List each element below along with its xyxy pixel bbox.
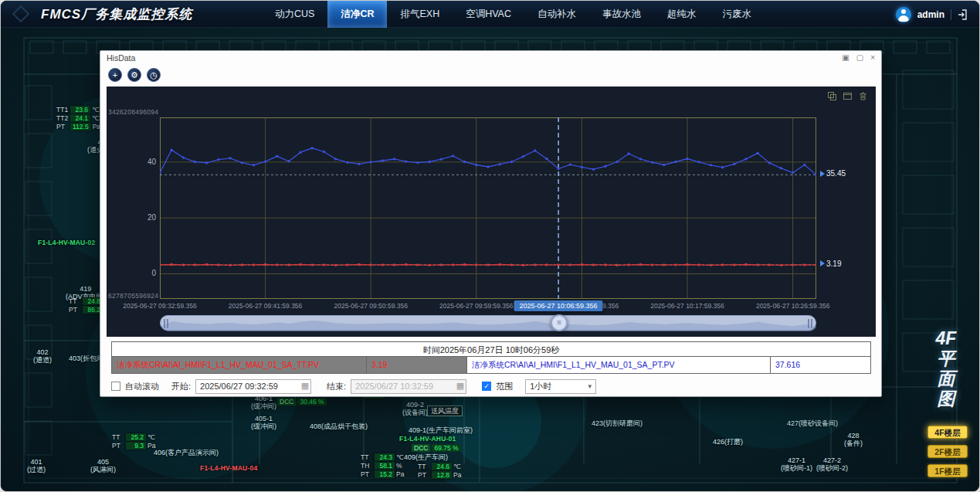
scrollbar-preview: [161, 316, 817, 331]
room-label: 402 (通道): [33, 348, 52, 365]
tag-cell[interactable]: 洁净系统CR\AI\AI_HMI\F1_L1_HV_MAU_01_SA_PT.P…: [467, 357, 771, 373]
window-controls: ▣▢×: [842, 53, 875, 63]
floor-button-1[interactable]: 4F楼层: [927, 426, 968, 439]
floor-title-line: 面: [933, 368, 959, 389]
chart-window-icon[interactable]: [843, 91, 853, 101]
nav-item-4[interactable]: 空调HVAC: [453, 1, 524, 28]
nav-item-8[interactable]: 污废水: [709, 1, 765, 28]
app-logo-icon: [12, 5, 30, 23]
nav-item-6[interactable]: 事故水池: [589, 1, 654, 28]
logout-icon[interactable]: [958, 8, 970, 21]
chart-copy-icon[interactable]: [827, 91, 837, 101]
x-tick-label: 2025-06-27 09:41:59.356: [229, 302, 302, 310]
sensor-label: TT2: [56, 114, 69, 122]
end-datetime-input[interactable]: [351, 379, 466, 394]
user-avatar-icon[interactable]: [896, 7, 911, 22]
series-value-label: 35.45: [820, 169, 846, 178]
calendar-icon[interactable]: ▦: [301, 381, 309, 391]
range-label: 范围: [496, 381, 513, 392]
chart-corner-icons: [827, 91, 868, 101]
sensor-label: PT: [112, 442, 124, 450]
room-label: 423(切割研磨间): [592, 419, 643, 427]
floor-selector: 4F楼层2F楼层1F楼层: [927, 426, 968, 484]
time-range-button[interactable]: ◷: [147, 68, 161, 82]
sensor-row: PT15.2Pa: [361, 470, 404, 478]
x-tick-label: 2025-06-27 10:17:59.356: [650, 302, 724, 310]
scrollbar-handle[interactable]: ≡: [551, 314, 568, 331]
dcc-readout[interactable]: DCC69.75 %: [412, 444, 461, 452]
history-chart[interactable]: [160, 117, 816, 299]
arrow-right-icon: [820, 260, 825, 266]
add-curve-button[interactable]: +: [108, 68, 122, 82]
cursor-time-tooltip[interactable]: 2025-06-27 10:06:59.356: [514, 300, 603, 311]
dcc-readout[interactable]: DCC30.46 %: [277, 398, 327, 405]
range-checkbox[interactable]: ✓: [482, 382, 491, 391]
window-title: HisData: [107, 53, 135, 63]
sensor-value: 112.5: [70, 123, 91, 131]
value-cell[interactable]: 37.616: [771, 357, 870, 373]
sensor-label: TT: [112, 433, 124, 441]
sensor-label: PT: [361, 470, 373, 478]
sensor-readout: TT24.6℃PT12.8Pa: [418, 463, 461, 480]
sensor-value: 9.3: [126, 442, 146, 450]
floor-title-line: 图: [933, 389, 959, 409]
table-row[interactable]: 洁净系统CR\AI\AI_HMI\F1_L1_HV_MAU_01_SA_TT.P…: [111, 357, 871, 374]
restore-icon[interactable]: ▣: [842, 53, 849, 63]
dcc-label: DCC: [412, 444, 430, 452]
room-label: 401 (过道): [27, 458, 46, 474]
nav-item-7[interactable]: 超纯水: [654, 1, 710, 28]
room-label: 409-1(生产车间前室): [409, 426, 473, 434]
sensor-value: 15.2: [375, 470, 395, 478]
avatar-head: [901, 9, 906, 14]
chart-delete-icon[interactable]: [858, 91, 868, 101]
time-controls: 自动滚动 开始: ▦ 结束: ▦ ✓ 范围 1小时 ▾: [111, 378, 596, 394]
app-title: FMCS厂务集成监控系统: [41, 1, 192, 28]
user-name: admin: [917, 9, 944, 20]
top-nav: 动力CUS洁净CR排气EXH空调HVAC自动补水事故水池超纯水污废水: [262, 1, 765, 28]
equipment-tag[interactable]: F1-L4-HV-AHU-01: [399, 435, 456, 443]
topbar: FMCS厂务集成监控系统 动力CUS洁净CR排气EXH空调HVAC自动补水事故水…: [1, 1, 979, 28]
sensor-value: 12.8: [432, 471, 452, 479]
room-label: 409-2 (设备间): [402, 401, 428, 417]
tag-cell[interactable]: 洁净系统CR\AI\AI_HMI\F1_L1_HV_MAU_01_SA_TT.P…: [112, 357, 367, 373]
value-cell[interactable]: 3.19: [367, 357, 467, 373]
sensor-row: TT25.2℃: [112, 433, 155, 441]
auto-scroll-checkbox[interactable]: [111, 382, 120, 391]
interval-select[interactable]: 1小时 ▾: [525, 379, 596, 394]
floor-button-2[interactable]: 2F楼层: [927, 445, 968, 458]
sensor-row: TT24.6℃: [418, 463, 461, 470]
start-datetime-input[interactable]: [195, 379, 311, 394]
axis-id-bottom: 6278705596924: [108, 292, 158, 300]
room-label: 送风温度: [427, 405, 463, 416]
room-label: 406(客户产品演示间): [154, 449, 219, 456]
equipment-tag[interactable]: F1-L4-HV-MAU-04: [200, 464, 257, 472]
calendar-icon[interactable]: ▦: [456, 381, 464, 391]
equipment-tag[interactable]: F1-L4-HV-MAU-02: [38, 239, 95, 246]
sensor-label: TT: [69, 297, 81, 305]
sensor-row: TT24.3℃: [361, 453, 404, 461]
start-label: 开始:: [171, 381, 191, 392]
sensor-label: TT: [418, 463, 430, 470]
dcc-value: 30.46 %: [297, 398, 326, 405]
x-tick-label: 2025-06-27 09:32:59.356: [123, 302, 196, 310]
sensor-readout: TT123.6℃TT224.1℃PT112.5Pa: [56, 106, 100, 131]
sensor-unit: %: [396, 462, 402, 470]
series-value-label: 3.19: [820, 260, 841, 268]
room-label: 427-1 (喷砂间-1): [781, 456, 812, 473]
sensor-label: TH: [361, 462, 373, 470]
nav-item-2[interactable]: 洁净CR: [327, 1, 387, 28]
time-scrollbar[interactable]: ≡: [160, 315, 816, 331]
window-titlebar[interactable]: HisData ▣▢×: [100, 51, 881, 65]
nav-item-5[interactable]: 自动补水: [524, 1, 589, 28]
maximize-icon[interactable]: ▢: [856, 53, 863, 63]
settings-button[interactable]: ⚙: [127, 68, 141, 82]
sensor-label: PT: [56, 123, 69, 131]
nav-item-3[interactable]: 排气EXH: [387, 1, 453, 28]
y-tick-label: 40: [136, 158, 156, 166]
close-icon[interactable]: ×: [870, 53, 875, 63]
series-value-text: 3.19: [826, 260, 841, 268]
scrollbar-left-grip[interactable]: [164, 319, 168, 328]
floor-button-3[interactable]: 1F楼层: [927, 464, 968, 477]
scrollbar-right-grip[interactable]: [808, 319, 812, 328]
nav-item-1[interactable]: 动力CUS: [262, 1, 327, 28]
